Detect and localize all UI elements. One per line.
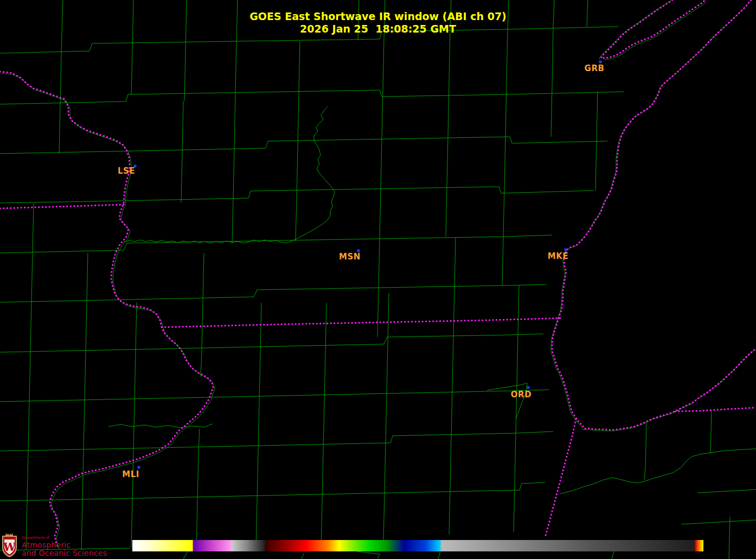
- wisconsin-illinois-border: [162, 318, 562, 327]
- logo-dept-line: Department of: [22, 536, 107, 540]
- mississippi-county-line: [2, 73, 215, 549]
- wisconsin-river-line: [124, 106, 335, 243]
- logo-text: Department of Atmospheric and Oceanic Sc…: [22, 533, 107, 557]
- station-label-grb: GRB: [585, 63, 605, 73]
- uw-crest-icon: W: [1, 533, 18, 558]
- mississippi-river-border: [0, 72, 213, 547]
- satellite-image-viewport: GOES East Shortwave IR window (ABI ch 07…: [0, 0, 756, 559]
- station-label-ord: ORD: [511, 390, 531, 399]
- product-title: GOES East Shortwave IR window (ABI ch 07…: [0, 10, 756, 23]
- station-label-mli: MLI: [122, 469, 139, 479]
- station-label-mke: MKE: [548, 251, 568, 261]
- logo-name-line2: and Oceanic Sciences: [22, 549, 107, 557]
- title-block: GOES East Shortwave IR window (ABI ch 07…: [0, 10, 756, 35]
- lakeshore-county-line: [551, 1, 755, 431]
- illinois-indiana-border-south: [545, 419, 576, 537]
- svg-text:W: W: [3, 541, 16, 554]
- indiana-michigan-border-east: [675, 408, 756, 411]
- station-dot-mli: [138, 466, 140, 469]
- station-label-lse: LSE: [118, 166, 135, 176]
- station-dot-grb: [599, 61, 602, 63]
- minnesota-iowa-border: [0, 205, 124, 208]
- rock-island-river-line: [108, 424, 213, 428]
- lake-michigan-shoreline: [552, 0, 756, 430]
- uw-aos-logo: W Department of Atmospheric and Oceanic …: [1, 533, 107, 558]
- color-scale-bar: [132, 540, 703, 551]
- chicago-river-line: [487, 383, 527, 419]
- map-overlay: [0, 0, 756, 559]
- county-boundary-lines: [0, 0, 756, 559]
- product-timestamp: 2026 Jan 25 18:08:25 GMT: [0, 23, 756, 35]
- logo-name-line1: Atmospheric: [22, 541, 107, 549]
- indiana-river-line: [560, 449, 756, 494]
- station-dot-ord: [527, 386, 530, 389]
- station-label-msn: MSN: [339, 252, 361, 262]
- station-dot-mke: [565, 249, 567, 251]
